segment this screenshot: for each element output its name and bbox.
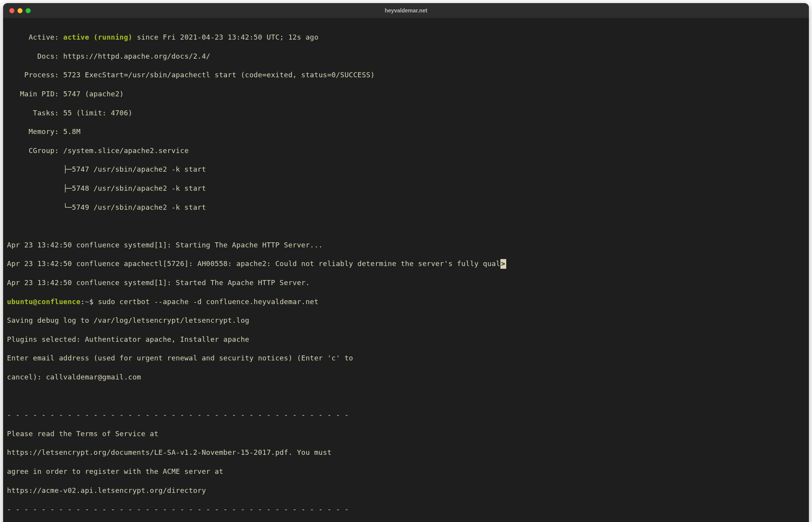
dash-line: - - - - - - - - - - - - - - - - - - - - …: [7, 505, 805, 514]
output-line: Saving debug log to /var/log/letsencrypt…: [7, 316, 805, 325]
log-line-3: Apr 23 13:42:50 confluence systemd[1]: S…: [7, 278, 805, 287]
cgroup-tree-1: ├─5747 /usr/sbin/apache2 -k start: [7, 165, 805, 174]
status-mainpid: Main PID: 5747 (apache2): [7, 89, 805, 99]
prompt-line: ubuntu@confluence:~$ sudo certbot --apac…: [7, 297, 805, 306]
output-line: Enter email address (used for urgent ren…: [7, 353, 805, 363]
status-docs: Docs: https://httpd.apache.org/docs/2.4/: [7, 52, 805, 61]
maximize-icon[interactable]: [26, 8, 31, 13]
output-line: Plugins selected: Authenticator apache, …: [7, 335, 805, 344]
blank-line: [7, 392, 805, 401]
terminal-body[interactable]: Active: active (running) since Fri 2021-…: [3, 18, 809, 522]
prompt-host: confluence: [37, 298, 80, 306]
log-line-1: Apr 23 13:42:50 confluence systemd[1]: S…: [7, 240, 805, 250]
status-memory: Memory: 5.8M: [7, 127, 805, 136]
title-bar: heyvaldemar.net: [3, 3, 809, 18]
status-cgroup: CGroup: /system.slice/apache2.service: [7, 146, 805, 155]
status-tasks: Tasks: 55 (limit: 4706): [7, 108, 805, 118]
prompt-user: ubuntu: [7, 298, 33, 306]
tos-line-3: agree in order to register with the ACME…: [7, 467, 805, 476]
prompt-path: ~: [85, 298, 89, 306]
dash-line: - - - - - - - - - - - - - - - - - - - - …: [7, 410, 805, 419]
traffic-lights: [9, 8, 31, 13]
command: sudo certbot --apache -d confluence.heyv…: [98, 298, 319, 306]
output-line: cancel): callvaldemar@gmail.com: [7, 372, 805, 382]
status-process: Process: 5723 ExecStart=/usr/sbin/apache…: [7, 70, 805, 80]
cgroup-tree-3: └─5749 /usr/sbin/apache2 -k start: [7, 203, 805, 212]
blank-line: [7, 221, 805, 231]
terminal-window: heyvaldemar.net Active: active (running)…: [3, 3, 809, 522]
minimize-icon[interactable]: [17, 8, 23, 13]
close-icon[interactable]: [9, 8, 14, 13]
tos-line-2: https://letsencrypt.org/documents/LE-SA-…: [7, 448, 805, 457]
cgroup-tree-2: ├─5748 /usr/sbin/apache2 -k start: [7, 184, 805, 193]
tos-line-1: Please read the Terms of Service at: [7, 429, 805, 438]
tos-line-4: https://acme-v02.api.letsencrypt.org/dir…: [7, 486, 805, 495]
log-line-2: Apr 23 13:42:50 confluence apachectl[572…: [7, 259, 805, 268]
scroll-right-icon: >: [500, 259, 506, 268]
window-title: heyvaldemar.net: [385, 7, 427, 14]
status-active: Active: active (running) since Fri 2021-…: [7, 33, 805, 42]
